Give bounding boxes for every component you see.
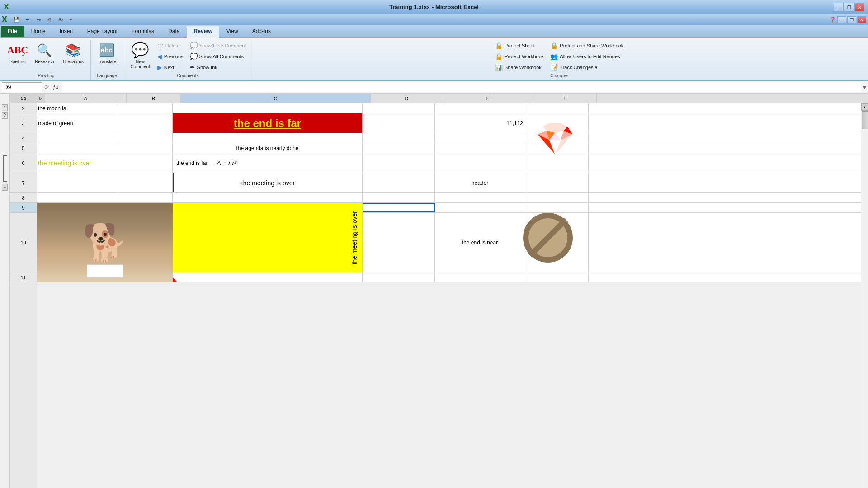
col-header-c[interactable]: C xyxy=(181,94,371,103)
cell-c11[interactable] xyxy=(173,272,363,282)
cell-b6[interactable] xyxy=(118,153,173,173)
cell-b5[interactable] xyxy=(118,143,173,153)
cell-b7[interactable] xyxy=(118,173,173,192)
name-box[interactable]: D9 xyxy=(2,82,42,92)
cell-d8[interactable] xyxy=(363,193,435,202)
cell-c4[interactable] xyxy=(173,133,363,143)
row-num-2[interactable]: 2 xyxy=(10,103,37,113)
cell-a8[interactable] xyxy=(37,193,118,202)
cell-e3[interactable]: 11,112 xyxy=(435,113,525,133)
tab-file[interactable]: File xyxy=(1,26,24,37)
row-num-5[interactable]: 5 xyxy=(10,143,37,153)
row-num-9[interactable]: 9 xyxy=(10,203,37,213)
cell-a2[interactable]: the moon is xyxy=(37,103,118,113)
vertical-scrollbar[interactable]: ▲ ▼ xyxy=(861,103,868,488)
cell-d10[interactable] xyxy=(363,213,435,272)
outline-level-1[interactable]: 1 xyxy=(2,104,8,111)
cell-a7[interactable] xyxy=(37,173,118,192)
row-num-4[interactable]: 4 xyxy=(10,133,37,143)
cell-a4[interactable] xyxy=(37,133,118,143)
row-num-8[interactable]: 8 xyxy=(10,193,37,203)
save-qat-button[interactable]: 💾 xyxy=(12,15,22,24)
cell-c9[interactable]: the meeting is over xyxy=(173,203,363,212)
cell-e2[interactable] xyxy=(435,103,525,113)
cell-e6[interactable] xyxy=(435,153,525,173)
cell-d11[interactable] xyxy=(363,272,435,282)
scroll-track[interactable] xyxy=(861,111,868,488)
track-changes-button[interactable]: 📝 Track Changes ▾ xyxy=(548,62,626,72)
cell-a5[interactable] xyxy=(37,143,118,153)
thesaurus-button[interactable]: 📚 Thesaurus xyxy=(59,41,87,66)
cell-b3[interactable] xyxy=(118,113,173,133)
cell-e9[interactable] xyxy=(435,203,525,212)
formula-expand-button[interactable]: ▾ xyxy=(863,84,866,91)
close-button[interactable]: ✕ xyxy=(854,3,864,12)
col-header-e[interactable]: E xyxy=(443,94,533,103)
cell-e4[interactable] xyxy=(435,133,525,143)
cell-e5[interactable] xyxy=(435,143,525,153)
select-all-button[interactable]: ▷ xyxy=(37,94,45,103)
tab-addins[interactable]: Add-Ins xyxy=(245,26,278,37)
new-comment-button[interactable]: 💬 NewComment xyxy=(127,41,153,70)
cell-c8[interactable] xyxy=(173,193,363,202)
redo-qat-button[interactable]: ↪ xyxy=(33,15,43,24)
protect-sheet-button[interactable]: 🔒 Protect Sheet xyxy=(493,41,546,51)
cell-b2[interactable] xyxy=(118,103,173,113)
share-workbook-button[interactable]: 📊 Share Workbook xyxy=(493,62,546,72)
tab-formulas[interactable]: Formulas xyxy=(125,26,161,37)
cell-d4[interactable] xyxy=(363,133,435,143)
tab-home[interactable]: Home xyxy=(24,26,52,37)
help-icon[interactable]: ❓ xyxy=(829,16,836,23)
research-button[interactable]: 🔍 Research xyxy=(32,41,57,66)
cell-a6[interactable]: the meeting is over xyxy=(37,153,118,173)
qat-dropdown[interactable]: ▾ xyxy=(66,15,76,24)
restore-button[interactable]: ❐ xyxy=(844,3,854,12)
cell-f11[interactable] xyxy=(525,272,589,282)
cell-d2[interactable] xyxy=(363,103,435,113)
tab-review[interactable]: Review xyxy=(187,26,219,38)
cell-d6[interactable] xyxy=(363,153,435,173)
minimize-button[interactable]: — xyxy=(834,3,844,12)
outline-level-2[interactable]: 2 xyxy=(2,112,8,119)
row-num-10[interactable]: 10 xyxy=(10,213,37,272)
cell-f2[interactable]: 💎 xyxy=(525,103,589,113)
col-header-f[interactable]: F xyxy=(533,94,597,103)
protect-share-button[interactable]: 🔒 Protect and Share Workbook xyxy=(548,41,626,51)
cell-f7[interactable] xyxy=(525,173,589,192)
minimize-ribbon-button[interactable]: — xyxy=(837,16,846,23)
cell-b4[interactable] xyxy=(118,133,173,143)
col-header-b[interactable]: B xyxy=(127,94,181,103)
show-ink-button[interactable]: ✒ Show Ink xyxy=(188,62,249,72)
previous-button[interactable]: ◀ Previous xyxy=(155,52,186,61)
print-preview-qat-button[interactable]: 👁 xyxy=(55,15,65,24)
scroll-thumb[interactable] xyxy=(862,111,868,129)
cell-a3[interactable]: made of green xyxy=(37,113,118,133)
cell-d7[interactable] xyxy=(363,173,435,192)
cell-d9[interactable] xyxy=(363,203,435,212)
scroll-up-button[interactable]: ▲ xyxy=(861,103,868,111)
cell-e10[interactable]: the end is near xyxy=(435,213,525,272)
tab-insert[interactable]: Insert xyxy=(53,26,80,37)
cell-e11[interactable] xyxy=(435,272,525,282)
row-num-3[interactable]: 3 xyxy=(10,113,37,133)
cell-c5[interactable]: the agenda is nearly done xyxy=(173,143,363,153)
cell-a9[interactable]: 🐕 xyxy=(37,203,118,212)
cell-c3[interactable]: the end is far xyxy=(173,113,363,133)
formula-input[interactable] xyxy=(62,82,861,92)
close-ribbon-button[interactable]: ✕ xyxy=(857,16,866,23)
outline-minus[interactable]: − xyxy=(2,184,8,191)
protect-workbook-button[interactable]: 🔒 Protect Workbook xyxy=(493,52,546,61)
print-qat-button[interactable]: 🖨 xyxy=(44,15,54,24)
translate-button[interactable]: 🔤 Translate xyxy=(94,41,119,66)
next-button[interactable]: ▶ Next xyxy=(155,62,186,72)
cell-c7[interactable]: the meeting is over xyxy=(173,173,363,192)
cell-e8[interactable] xyxy=(435,193,525,202)
cell-f8[interactable] xyxy=(525,193,589,202)
cell-d3[interactable] xyxy=(363,113,435,133)
cell-b8[interactable] xyxy=(118,193,173,202)
tab-data[interactable]: Data xyxy=(161,26,186,37)
cell-f9[interactable] xyxy=(525,203,589,212)
row-num-6[interactable]: 6 xyxy=(10,153,37,173)
restore-ribbon-button[interactable]: ❐ xyxy=(847,16,856,23)
tab-view[interactable]: View xyxy=(220,26,245,37)
